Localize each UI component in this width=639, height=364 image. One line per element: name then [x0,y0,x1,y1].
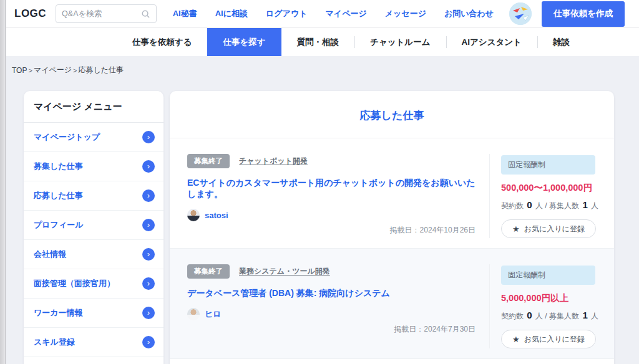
top-link-contact[interactable]: お問い合わせ [444,8,494,19]
sidebar-item-label: ワーカー情報 [34,307,83,318]
chevron-right-icon: › [142,131,155,143]
search-icon [141,9,150,19]
poster-name-link[interactable]: satosi [205,211,228,220]
page-title: 応募した仕事 [360,110,424,122]
job-card: 募集終了 業務システム・ツール開発 データベース管理者 (DBA) 募集: 病院… [170,248,614,358]
sidebar-item-label: 面接管理（面接官用） [34,278,115,289]
price-range: 500,000〜1,000,000円 [501,182,595,194]
breadcrumb-mypage[interactable]: マイページ [34,65,72,74]
job-title-link[interactable]: ECサイトのカスタマーサポート用のチャットボットの開発をお願いいたします。 [187,178,476,200]
panel-header: 応募した仕事 [170,91,614,138]
price-range: 5,000,000円以上 [501,292,595,304]
sidebar-item-posted-jobs[interactable]: 募集した仕事 › [24,152,163,181]
chevron-right-icon: › [142,219,155,231]
job-card: 募集終了 チャットボット開発 ECサイトのカスタマーサポート用のチャットボットの… [170,138,614,248]
search-input[interactable] [62,9,141,18]
job-reward-info: 固定報酬制 5,000,000円以上 契約数 0 人 / 募集人数 1 人 ★ … [489,264,614,348]
breadcrumb-current: 応募した仕事 [78,65,124,74]
favorite-button[interactable]: ★ お気に入りに登録 [501,219,596,238]
tab-question-consult[interactable]: 質問・相談 [281,28,355,56]
favorite-button[interactable]: ★ お気に入りに登録 [501,330,596,348]
sidebar-item-interview-management[interactable]: 面接管理（面接官用） › [24,269,163,299]
job-info: 募集終了 業務システム・ツール開発 データベース管理者 (DBA) 募集: 病院… [187,264,489,348]
chevron-right-icon: › [142,160,155,173]
top-link-ai-secretary[interactable]: AI秘書 [173,8,197,19]
job-info: 募集終了 チャットボット開発 ECサイトのカスタマーサポート用のチャットボットの… [187,154,489,238]
pay-type-badge: 固定報酬制 [501,266,595,285]
chevron-right-icon: › [142,248,155,261]
favorite-label: お気に入りに登録 [524,334,585,345]
favorite-label: お気に入りに登録 [524,224,585,234]
top-link-mypage[interactable]: マイページ [326,8,367,19]
poster-avatar[interactable] [187,308,200,320]
job-title-link[interactable]: データベース管理者 (DBA) 募集: 病院向けシステム [187,288,476,299]
breadcrumb-separator: > [73,67,77,74]
sidebar-item-applied-jobs[interactable]: 応募した仕事 › [24,181,163,211]
applied-jobs-panel: 応募した仕事 募集終了 チャットボット開発 ECサイトのカスタマーサポート用のチ… [170,91,614,364]
category-link[interactable]: 業務システム・ツール開発 [239,266,330,277]
paper-plane-avatar-image [509,2,532,25]
sidebar-item-skill-registration[interactable]: スキル登録 › [24,328,163,357]
mypage-menu: マイページ メニュー マイページトップ › 募集した仕事 › 応募した仕事 › … [24,91,163,364]
posted-date: 掲載日：2024年10月26日 [187,225,476,236]
page: LOGC AI秘書 AIに相談 ログアウト マイページ メッセージ お問い合わせ [6,0,639,364]
window-edge-strip [0,0,6,364]
star-icon: ★ [512,335,520,343]
job-reward-info: 固定報酬制 500,000〜1,000,000円 契約数 0 人 / 募集人数 … [489,154,614,238]
contract-count: 0 [527,310,532,320]
contract-count: 0 [527,199,532,210]
search-box[interactable] [56,4,157,23]
main-nav: 仕事を依頼する 仕事を探す 質問・相談 チャットルーム AIアシスタント 雑談 [6,28,639,56]
content-area: マイページ メニュー マイページトップ › 募集した仕事 › 応募した仕事 › … [6,91,639,364]
poster-avatar[interactable] [187,209,200,221]
job-card: 募集終了 Web・システム開発 会社のロゴをデザインしてください Keiko 固… [170,358,614,364]
breadcrumb: TOP>マイページ>応募した仕事 [6,56,639,75]
top-links: AI秘書 AIに相談 ログアウト マイページ メッセージ お問い合わせ [173,8,494,19]
chevron-right-icon: › [142,277,155,290]
top-header: LOGC AI秘書 AIに相談 ログアウト マイページ メッセージ お問い合わせ [6,0,639,28]
contract-count-line: 契約数 0 人 / 募集人数 1 人 [501,199,595,211]
mypage-menu-title: マイページ メニュー [24,91,163,123]
sidebar-item-profile[interactable]: プロフィール › [24,211,163,240]
tab-chat[interactable]: 雑談 [537,28,585,56]
breadcrumb-separator: > [28,67,32,74]
top-link-ai-consult[interactable]: AIに相談 [215,8,248,19]
logo[interactable]: LOGC [14,7,46,20]
breadcrumb-top[interactable]: TOP [12,66,27,75]
sidebar-item-company-info[interactable]: 会社情報 › [24,240,163,269]
recruit-count: 1 [582,199,587,210]
tab-find-job[interactable]: 仕事を探す [207,28,281,56]
sidebar-item-label: 募集した仕事 [34,161,83,172]
status-badge: 募集終了 [187,264,230,279]
chevron-right-icon: › [142,189,155,202]
posted-date: 掲載日：2024年7月30日 [187,324,476,335]
sidebar-item-label: プロフィール [34,219,84,231]
sidebar-item-label: スキル登録 [34,337,75,348]
chevron-right-icon: › [142,336,155,348]
pay-type-badge: 固定報酬制 [501,155,595,175]
user-avatar[interactable] [509,2,532,25]
tab-ai-assistant[interactable]: AIアシスタント [446,28,537,56]
status-badge: 募集終了 [187,154,230,168]
tab-request-job[interactable]: 仕事を依頼する [117,28,207,56]
top-link-logout[interactable]: ログアウト [266,8,308,19]
create-job-request-button[interactable]: 仕事依頼を作成 [542,1,625,27]
tab-chatroom[interactable]: チャットルーム [354,28,446,56]
chevron-right-icon: › [142,307,155,319]
contract-count-line: 契約数 0 人 / 募集人数 1 人 [501,310,595,322]
poster-name-link[interactable]: ヒロ [205,309,222,320]
recruit-count: 1 [582,310,587,320]
sidebar-item-label: マイページトップ [34,132,100,143]
sidebar-item-worker-info[interactable]: ワーカー情報 › [24,299,163,328]
sidebar-item-label: 応募した仕事 [34,190,83,201]
category-link[interactable]: チャットボット開発 [239,156,308,166]
sidebar-item-mypage-top[interactable]: マイページトップ › [24,123,163,152]
sidebar-item-portfolio-registration[interactable]: ポートフォリオ登録 › [24,357,163,364]
top-link-message[interactable]: メッセージ [385,8,426,19]
star-icon: ★ [512,225,520,233]
sidebar-item-label: 会社情報 [34,249,66,260]
